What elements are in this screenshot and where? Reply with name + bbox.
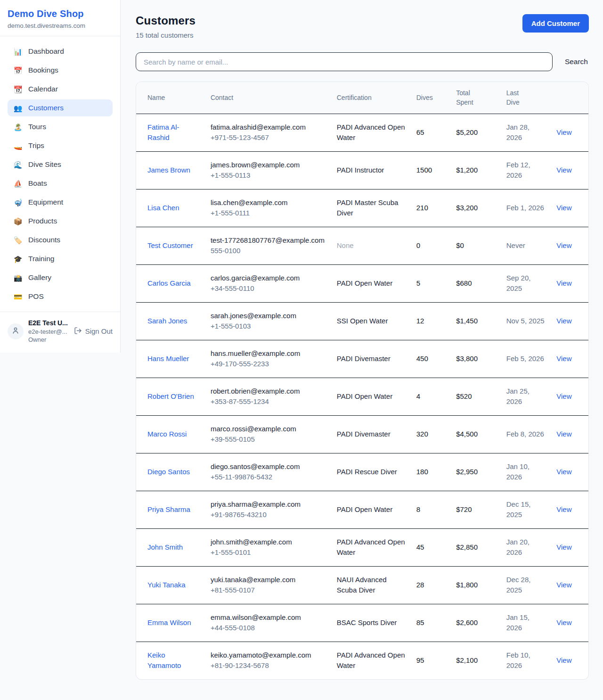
certification-cell: PADI Rescue Diver bbox=[337, 468, 397, 476]
credit-card-icon: 💳 bbox=[13, 293, 23, 300]
sidebar-item-label: Training bbox=[28, 255, 54, 263]
last-dive-cell: Feb 12, 2026 bbox=[501, 151, 551, 189]
sidebar-item-label: Tours bbox=[28, 123, 46, 131]
customer-name-link[interactable]: Keiko Yamamoto bbox=[147, 650, 199, 671]
search-button[interactable]: Search bbox=[564, 56, 589, 68]
certification-cell: SSI Open Water bbox=[337, 317, 388, 325]
view-link[interactable]: View bbox=[556, 430, 571, 438]
user-info: E2E Test U... e2e-tester@... Owner bbox=[28, 319, 68, 344]
customer-name-link[interactable]: Robert O'Brien bbox=[147, 391, 194, 402]
certification-cell: PADI Divemaster bbox=[337, 430, 391, 438]
sidebar-item-boats[interactable]: ⛵ Boats bbox=[8, 175, 113, 192]
sidebar-item-bookings[interactable]: 📅 Bookings bbox=[8, 62, 113, 79]
customer-email: keiko.yamamoto@example.com bbox=[211, 650, 326, 661]
view-link[interactable]: View bbox=[556, 581, 571, 589]
customer-name-link[interactable]: Test Customer bbox=[147, 240, 193, 251]
column-header-name: Name bbox=[136, 82, 205, 114]
table-row: Yuki Tanaka yuki.tanaka@example.com +81-… bbox=[136, 566, 588, 604]
customer-email: james.brown@example.com bbox=[211, 160, 326, 171]
certification-cell: PADI Instructor bbox=[337, 166, 384, 174]
dives-cell: 320 bbox=[411, 415, 450, 453]
total-spent-cell: $720 bbox=[450, 491, 501, 528]
view-link[interactable]: View bbox=[556, 128, 571, 136]
customer-name-link[interactable]: John Smith bbox=[147, 542, 183, 553]
sidebar-item-tours[interactable]: 🏝️ Tours bbox=[8, 118, 113, 135]
view-link[interactable]: View bbox=[556, 354, 571, 362]
sidebar-item-products[interactable]: 📦 Products bbox=[8, 213, 113, 230]
view-link[interactable]: View bbox=[556, 166, 571, 174]
view-link[interactable]: View bbox=[556, 279, 571, 287]
sidebar-item-training[interactable]: 🎓 Training bbox=[8, 250, 113, 267]
customer-name-link[interactable]: Fatima Al-Rashid bbox=[147, 122, 199, 143]
column-header-last-dive: Last Dive bbox=[501, 82, 551, 114]
customer-name-link[interactable]: Hans Mueller bbox=[147, 354, 189, 364]
sidebar-item-label: Dashboard bbox=[28, 47, 64, 56]
bar-chart-icon: 📊 bbox=[13, 48, 23, 55]
customer-name-link[interactable]: Carlos Garcia bbox=[147, 278, 191, 289]
customer-name-link[interactable]: Lisa Chen bbox=[147, 203, 179, 214]
contact-cell: sarah.jones@example.com +1-555-0103 bbox=[205, 302, 331, 340]
sidebar-item-calendar[interactable]: 📆 Calendar bbox=[8, 81, 113, 98]
customer-phone: 555-0100 bbox=[211, 246, 326, 256]
customer-table-body: Fatima Al-Rashid fatima.alrashid@example… bbox=[136, 114, 588, 679]
view-link[interactable]: View bbox=[556, 392, 571, 400]
certification-cell: PADI Divemaster bbox=[337, 354, 391, 362]
last-dive-cell: Jan 25, 2026 bbox=[501, 378, 551, 415]
total-spent-cell: $520 bbox=[450, 378, 501, 415]
sidebar-item-dive-sites[interactable]: 🌊 Dive Sites bbox=[8, 156, 113, 173]
total-spent-cell: $1,450 bbox=[450, 302, 501, 340]
dives-cell: 5 bbox=[411, 264, 450, 302]
user-name: E2E Test U... bbox=[28, 319, 68, 328]
view-link[interactable]: View bbox=[556, 618, 571, 626]
sidebar-item-dashboard[interactable]: 📊 Dashboard bbox=[8, 43, 113, 60]
sidebar-item-discounts[interactable]: 🏷️ Discounts bbox=[8, 231, 113, 248]
view-link[interactable]: View bbox=[556, 505, 571, 513]
island-icon: 🏝️ bbox=[13, 124, 23, 131]
certification-cell: PADI Open Water bbox=[337, 505, 392, 513]
dives-cell: 450 bbox=[411, 340, 450, 378]
customer-name-link[interactable]: Sarah Jones bbox=[147, 316, 187, 327]
view-link[interactable]: View bbox=[556, 317, 571, 325]
sidebar-nav: 📊 Dashboard 📅 Bookings 📆 Calendar 👥 Cust… bbox=[0, 36, 120, 312]
customer-name-link[interactable]: Diego Santos bbox=[147, 467, 190, 478]
sidebar-item-label: Boats bbox=[28, 179, 47, 188]
sidebar-item-label: Discounts bbox=[28, 236, 60, 244]
view-link[interactable]: View bbox=[556, 543, 571, 551]
certification-cell: NAUI Advanced Scuba Diver bbox=[337, 576, 387, 594]
total-spent-cell: $0 bbox=[450, 227, 501, 264]
customer-email: marco.rossi@example.com bbox=[211, 424, 326, 435]
last-dive-cell: Jan 28, 2026 bbox=[501, 114, 551, 151]
sidebar-item-gallery[interactable]: 📸 Gallery bbox=[8, 269, 113, 286]
view-link[interactable]: View bbox=[556, 468, 571, 476]
customer-name-link[interactable]: James Brown bbox=[147, 165, 190, 176]
search-input[interactable] bbox=[136, 52, 553, 71]
view-link[interactable]: View bbox=[556, 241, 571, 249]
dives-cell: 65 bbox=[411, 114, 450, 151]
certification-cell: None bbox=[337, 241, 354, 249]
sign-out-button[interactable]: Sign Out bbox=[74, 327, 113, 336]
column-header-actions bbox=[551, 82, 588, 114]
sidebar-item-pos[interactable]: 💳 POS bbox=[8, 288, 113, 305]
customer-phone: +81-90-1234-5678 bbox=[211, 660, 326, 671]
sign-out-label: Sign Out bbox=[85, 327, 113, 335]
customer-phone: +91-98765-43210 bbox=[211, 510, 326, 520]
add-customer-button[interactable]: Add Customer bbox=[522, 14, 589, 33]
view-link[interactable]: View bbox=[556, 656, 571, 664]
customer-email: emma.wilson@example.com bbox=[211, 612, 326, 623]
last-dive-cell: Dec 15, 2025 bbox=[501, 491, 551, 528]
customer-name-link[interactable]: Priya Sharma bbox=[147, 504, 190, 515]
customer-email: john.smith@example.com bbox=[211, 537, 326, 548]
customer-name-link[interactable]: Marco Rossi bbox=[147, 429, 187, 440]
sidebar-item-customers[interactable]: 👥 Customers bbox=[8, 99, 113, 116]
customer-phone: +1-555-0101 bbox=[211, 547, 326, 558]
customer-name-link[interactable]: Yuki Tanaka bbox=[147, 580, 186, 591]
view-link[interactable]: View bbox=[556, 204, 571, 212]
sidebar-item-label: Customers bbox=[28, 104, 64, 112]
sidebar-item-equipment[interactable]: 🤿 Equipment bbox=[8, 194, 113, 211]
shop-name: Demo Dive Shop bbox=[8, 8, 113, 19]
sidebar-item-trips[interactable]: 🚤 Trips bbox=[8, 137, 113, 154]
contact-cell: emma.wilson@example.com +44-555-0108 bbox=[205, 604, 331, 642]
page-title: Customers bbox=[136, 14, 196, 27]
customer-name-link[interactable]: Emma Wilson bbox=[147, 618, 191, 628]
total-spent-cell: $4,500 bbox=[450, 415, 501, 453]
